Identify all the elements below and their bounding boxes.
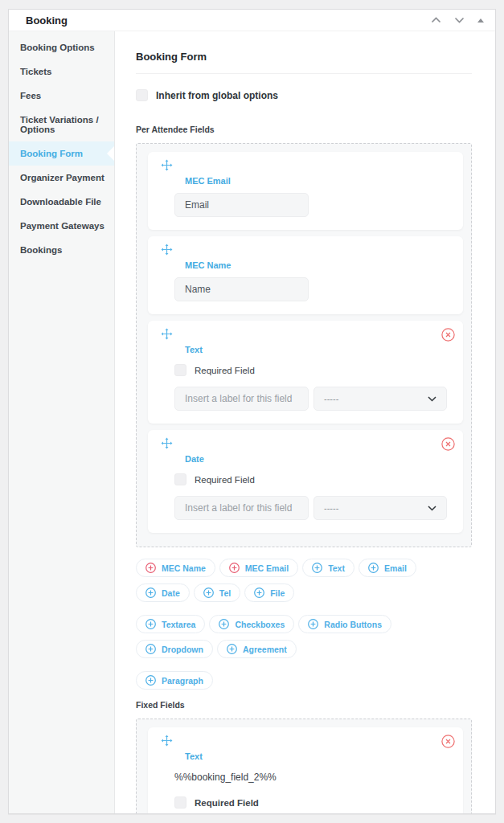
field-type-label: Text [185, 345, 452, 354]
plus-circle-icon [308, 619, 318, 629]
add-dropdown-button[interactable]: Dropdown [136, 640, 213, 658]
chevron-up-icon [431, 17, 441, 23]
per-attendee-fields-label: Per Attendee Fields [136, 125, 472, 134]
booking-metabox: Booking Booking Options Tickets Fees Tic… [8, 9, 496, 814]
plus-circle-icon [145, 563, 156, 573]
add-date-button[interactable]: Date [136, 583, 190, 602]
toggle-panel-button[interactable] [476, 17, 486, 24]
add-text-button[interactable]: Text [302, 559, 354, 577]
required-field-row: Required Field [174, 473, 452, 485]
metabox-header: Booking [9, 10, 495, 31]
fixed-fields-label: Fixed Fields [136, 700, 472, 710]
add-mec-email-button[interactable]: MEC Email [219, 559, 298, 577]
remove-circle-icon [441, 735, 455, 748]
add-checkboxes-button[interactable]: Checkboxes [209, 615, 294, 633]
required-field-checkbox[interactable] [174, 796, 186, 809]
sidebar-item-ticket-variations[interactable]: Ticket Variations / Options [9, 108, 114, 141]
sidebar-item-bookings[interactable]: Bookings [9, 238, 114, 262]
move-up-button[interactable] [429, 15, 443, 25]
sidebar-item-payment-gateways[interactable]: Payment Gateways [9, 214, 114, 238]
fixed-fields-drop-zone: Text %%booking_field_2%% Required Field [136, 719, 472, 813]
plus-circle-icon [145, 619, 156, 629]
sidebar-item-booking-form[interactable]: Booking Form [9, 141, 114, 166]
required-field-label: Required Field [195, 366, 255, 375]
add-file-button[interactable]: File [244, 583, 294, 602]
drag-handle[interactable] [161, 735, 173, 747]
sidebar-item-tickets[interactable]: Tickets [9, 59, 114, 84]
field-type-select[interactable]: ----- [313, 496, 447, 520]
field-inputs-row: ----- [161, 485, 452, 520]
field-card-date: Date Required Field ----- [148, 430, 463, 533]
field-value-input[interactable] [174, 193, 309, 217]
add-paragraph-button[interactable]: Paragraph [136, 671, 213, 690]
required-field-checkbox[interactable] [174, 473, 186, 485]
sidebar-item-organizer-payment[interactable]: Organizer Payment [9, 166, 114, 190]
plus-circle-icon [229, 563, 240, 573]
plus-circle-icon [145, 644, 156, 654]
sidebar-item-fees[interactable]: Fees [9, 84, 114, 108]
remove-field-button[interactable] [441, 328, 455, 342]
metabox-body: Booking Options Tickets Fees Ticket Vari… [9, 31, 495, 813]
required-field-row: Required Field [174, 364, 452, 376]
field-type-label: MEC Email [185, 176, 452, 186]
remove-field-button[interactable] [441, 437, 455, 451]
field-card-fixed-text: Text %%booking_field_2%% Required Field [148, 727, 463, 813]
remove-circle-icon [441, 328, 455, 342]
move-icon [161, 244, 173, 256]
field-label-input[interactable] [174, 387, 309, 411]
plus-circle-icon [227, 644, 237, 654]
add-tel-button[interactable]: Tel [194, 583, 240, 602]
move-icon [161, 735, 173, 747]
add-agreement-button[interactable]: Agreement [217, 640, 297, 658]
metabox-controls [429, 15, 486, 25]
select-value: ----- [324, 503, 338, 513]
add-radio-buttons-button[interactable]: Radio Buttons [298, 615, 391, 633]
required-field-checkbox[interactable] [174, 364, 186, 376]
required-field-row: Required Field [174, 796, 452, 809]
field-card-mec-email: MEC Email [148, 152, 463, 230]
plus-circle-icon [312, 563, 322, 573]
remove-circle-icon [441, 437, 455, 451]
per-attendee-drop-zone: MEC Email MEC Name [136, 143, 472, 547]
field-inputs-row: ----- [161, 376, 452, 411]
move-icon [161, 159, 173, 171]
drag-handle[interactable] [161, 244, 173, 256]
field-type-label: MEC Name [185, 260, 452, 270]
required-field-label: Required Field [195, 475, 255, 485]
field-type-select[interactable]: ----- [313, 387, 447, 411]
remove-field-button[interactable] [441, 735, 455, 748]
field-value-input[interactable] [174, 277, 309, 301]
chevron-down-icon [428, 506, 436, 511]
add-email-button[interactable]: Email [359, 559, 416, 577]
sidebar-item-booking-options[interactable]: Booking Options [9, 35, 114, 59]
field-type-label: Text [185, 751, 452, 761]
move-down-button[interactable] [453, 15, 466, 25]
plus-circle-icon [219, 619, 229, 629]
per-attendee-add-buttons: MEC Name MEC Email Text Email Date Tel F… [136, 559, 472, 690]
inherit-global-checkbox[interactable] [136, 89, 148, 101]
plus-circle-icon [254, 588, 264, 598]
move-icon [161, 328, 173, 340]
inherit-global-label: Inherit from global options [156, 90, 278, 101]
field-label-input[interactable] [174, 496, 309, 520]
sidebar-item-downloadable-file[interactable]: Downloadable File [9, 190, 114, 214]
add-textarea-button[interactable]: Textarea [136, 615, 205, 633]
required-field-label: Required Field [195, 798, 259, 808]
settings-sidebar: Booking Options Tickets Fees Ticket Vari… [9, 31, 115, 813]
triangle-up-icon [477, 18, 484, 23]
field-shortcode: %%booking_field_2%% [174, 772, 452, 783]
drag-handle[interactable] [161, 159, 173, 171]
plus-circle-icon [368, 563, 379, 573]
move-icon [161, 437, 173, 449]
drag-handle[interactable] [161, 328, 173, 340]
field-card-mec-name: MEC Name [148, 236, 463, 314]
booking-form-panel: Booking Form Inherit from global options… [115, 31, 495, 813]
add-mec-name-button[interactable]: MEC Name [136, 559, 215, 577]
field-type-label: Date [185, 454, 452, 464]
chevron-down-icon [454, 17, 465, 23]
drag-handle[interactable] [161, 437, 173, 449]
select-value: ----- [324, 394, 338, 403]
metabox-title: Booking [26, 14, 68, 27]
plus-circle-icon [145, 588, 156, 598]
plus-circle-icon [145, 675, 156, 686]
